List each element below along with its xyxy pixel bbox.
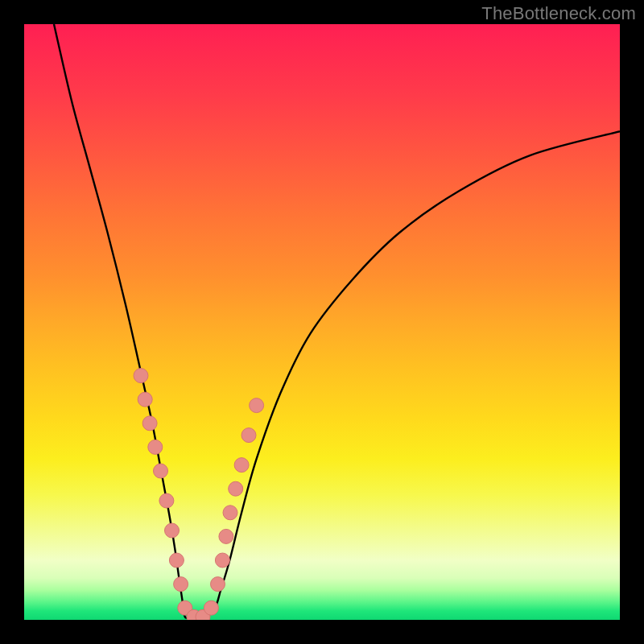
marker-dot — [211, 577, 225, 592]
marker-dot — [242, 428, 256, 443]
marker-dot — [134, 369, 148, 383]
marker-dot — [159, 493, 174, 508]
marker-dot — [142, 416, 157, 431]
marker-dot — [154, 464, 168, 478]
watermark-text: TheBottleneck.com — [481, 3, 636, 24]
marker-dot — [165, 523, 180, 538]
plot-area — [24, 24, 620, 620]
bottleneck-curve — [54, 24, 620, 618]
marker-dot — [229, 481, 243, 496]
marker-dot — [174, 577, 188, 592]
chart-stage: TheBottleneck.com — [0, 0, 644, 644]
marker-dot — [250, 398, 264, 413]
marker-dot — [234, 458, 249, 473]
marker-group — [134, 369, 264, 620]
marker-dot — [138, 392, 152, 407]
marker-dot — [223, 506, 237, 520]
marker-dot — [148, 440, 163, 454]
marker-dot — [204, 601, 218, 615]
marker-dot — [219, 529, 233, 543]
marker-dot — [215, 553, 229, 568]
marker-dot — [169, 553, 184, 568]
chart-svg — [24, 24, 620, 620]
